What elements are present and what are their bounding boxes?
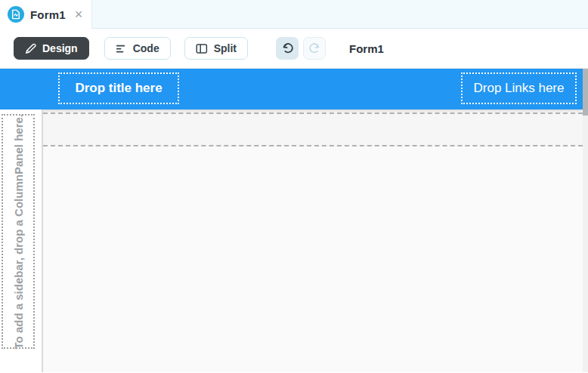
code-button-label: Code <box>133 42 159 54</box>
links-dropzone[interactable]: Drop Links here <box>461 72 577 104</box>
content-dropzone[interactable] <box>43 113 583 146</box>
form-name-label: Form1 <box>349 42 384 55</box>
form-file-icon <box>8 6 24 23</box>
tab-label: Form1 <box>30 8 66 21</box>
vertical-scrollbar[interactable] <box>583 69 588 372</box>
main-content-area <box>43 109 583 372</box>
design-canvas: Drop title here Drop Links here To add a… <box>0 69 588 372</box>
code-lines-icon <box>116 43 127 54</box>
redo-icon <box>308 42 321 55</box>
design-button[interactable]: Design <box>14 37 89 60</box>
tab-form1[interactable]: Form1 × <box>0 0 92 29</box>
redo-button[interactable] <box>303 37 326 60</box>
undo-button[interactable] <box>276 37 299 60</box>
tab-bar: Form1 × <box>0 0 588 29</box>
app-header-bar: Drop title here Drop Links here <box>0 69 583 109</box>
links-dropzone-label: Drop Links here <box>473 81 564 96</box>
sidebar-rail: To add a sidebar, drop a ColumnPanel her… <box>0 109 43 372</box>
undo-icon <box>281 42 294 55</box>
close-icon[interactable]: × <box>75 8 83 21</box>
design-button-label: Design <box>42 42 78 54</box>
split-pane-icon <box>196 43 208 54</box>
app-window: Form1 × Design Code <box>0 0 588 373</box>
canvas-body: To add a sidebar, drop a ColumnPanel her… <box>0 109 583 372</box>
sidebar-dropzone[interactable]: To add a sidebar, drop a ColumnPanel her… <box>2 114 35 349</box>
split-button-label: Split <box>214 42 237 54</box>
sidebar-hint-label: To add a sidebar, drop a ColumnPanel her… <box>12 114 25 349</box>
designer-toolbar: Design Code Split <box>0 29 588 69</box>
code-button[interactable]: Code <box>104 37 171 60</box>
title-dropzone[interactable]: Drop title here <box>58 72 179 104</box>
split-button[interactable]: Split <box>184 37 248 60</box>
scrollbar-thumb[interactable] <box>583 69 588 116</box>
page-dropzone[interactable] <box>43 146 583 372</box>
brush-icon <box>25 43 36 54</box>
title-dropzone-label: Drop title here <box>75 81 162 96</box>
